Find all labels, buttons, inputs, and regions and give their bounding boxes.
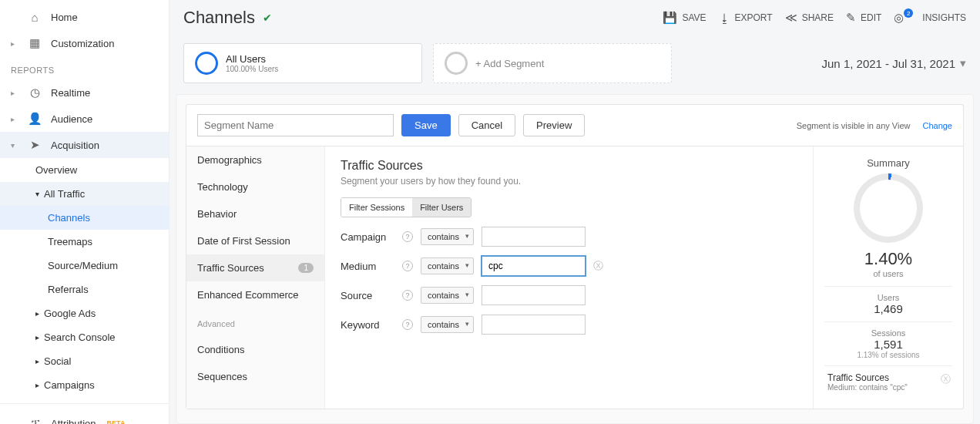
source-input[interactable] (482, 285, 586, 305)
chevron-right-icon: ▸ (35, 309, 39, 318)
donut-chart (854, 173, 923, 243)
nav-label: Acquisition (51, 140, 99, 151)
summary-percent: 1.40% (824, 249, 952, 269)
filter-count-badge: 1 (298, 263, 314, 273)
nav-home[interactable]: ⌂ Home (0, 5, 169, 30)
save-button[interactable]: 💾SAVE (663, 11, 706, 25)
source-condition-dropdown[interactable]: contains (421, 287, 474, 304)
cancel-button[interactable]: Cancel (458, 114, 515, 136)
edit-button[interactable]: ✎EDIT (846, 11, 881, 25)
remove-filter-icon[interactable]: ⓧ (941, 372, 951, 386)
customization-icon: ▦ (28, 36, 42, 50)
nav-treemaps[interactable]: Treemaps (0, 230, 169, 254)
nav-realtime[interactable]: ▸◷ Realtime (0, 79, 169, 106)
keyword-input[interactable] (482, 315, 586, 335)
advanced-section-label: Advanced (186, 308, 324, 336)
insights-icon: ◎ (894, 11, 904, 25)
label-source: Source (341, 290, 394, 301)
shield-icon: ✔ (263, 12, 272, 24)
keyword-condition-dropdown[interactable]: contains (421, 316, 474, 333)
person-icon: 👤 (28, 112, 42, 126)
pencil-icon: ✎ (846, 11, 856, 25)
preview-button[interactable]: Preview (523, 114, 585, 136)
reports-section-label: REPORTS (0, 56, 169, 79)
category-list: Demographics Technology Behavior Date of… (186, 146, 325, 409)
save-icon: 💾 (663, 11, 677, 25)
tab-filter-users[interactable]: Filter Users (412, 198, 471, 217)
segment-circle-icon (195, 52, 218, 75)
save-segment-button[interactable]: Save (401, 114, 451, 136)
segment-title: All Users (226, 53, 278, 65)
cat-demographics[interactable]: Demographics (186, 146, 324, 173)
cat-behavior[interactable]: Behavior (186, 200, 324, 227)
cat-technology[interactable]: Technology (186, 173, 324, 200)
medium-condition-dropdown[interactable]: contains (421, 257, 474, 274)
chevron-right-icon: ▸ (11, 89, 18, 97)
nav-attribution[interactable]: ፕ Attribution BETA (0, 410, 169, 424)
sessions-label: Sessions (824, 328, 952, 338)
insights-button[interactable]: ◎2INSIGHTS (894, 11, 966, 25)
cat-conditions[interactable]: Conditions (186, 336, 324, 363)
help-icon[interactable]: ? (402, 231, 413, 242)
segments-bar: All Users 100.00% Users + Add Segment Ju… (169, 35, 980, 94)
chevron-down-icon: ▾ (960, 56, 966, 70)
summary-title: Summary (824, 157, 952, 169)
date-range-picker[interactable]: Jun 1, 2021 - Jul 31, 2021 ▾ (822, 56, 966, 70)
help-icon[interactable]: ? (402, 319, 413, 330)
nav-label: Realtime (51, 87, 90, 99)
nav-overview[interactable]: Overview (0, 158, 169, 182)
acquisition-icon: ➤ (28, 138, 42, 152)
form-description: Segment your users by how they found you… (341, 176, 797, 187)
clear-icon[interactable]: ⓧ (593, 259, 603, 273)
sidebar: ⌂ Home ▸▦ Customization REPORTS ▸◷ Realt… (0, 0, 169, 424)
campaign-input[interactable] (482, 227, 586, 247)
label-campaign: Campaign (341, 231, 394, 243)
nav-referrals[interactable]: Referrals (0, 278, 169, 301)
nav-customization[interactable]: ▸▦ Customization (0, 30, 169, 56)
cat-traffic-sources[interactable]: Traffic Sources 1 (186, 254, 324, 281)
chevron-right-icon: ▸ (11, 115, 18, 123)
topbar: Channels ✔ 💾SAVE ⭳EXPORT ≪SHARE ✎EDIT ◎2… (169, 0, 980, 35)
nav-acquisition[interactable]: ▾➤ Acquisition (0, 132, 169, 158)
share-button[interactable]: ≪SHARE (785, 11, 834, 25)
cat-sequences[interactable]: Sequences (186, 363, 324, 390)
export-button[interactable]: ⭳EXPORT (719, 12, 773, 25)
segment-name-input[interactable] (197, 114, 394, 136)
beta-badge: BETA (107, 419, 126, 424)
cat-date-first[interactable]: Date of First Session (186, 227, 324, 254)
tab-filter-sessions[interactable]: Filter Sessions (341, 198, 412, 217)
cat-enhanced-ecommerce[interactable]: Enhanced Ecommerce (186, 281, 324, 308)
nav-label: Attribution (51, 418, 96, 425)
nav-channels[interactable]: Channels (0, 206, 169, 230)
attribution-icon: ፕ (28, 416, 42, 424)
ts-title: Traffic Sources (827, 372, 949, 383)
nav-social[interactable]: ▸Social (0, 349, 169, 373)
add-segment[interactable]: + Add Segment (433, 43, 672, 83)
change-visibility-link[interactable]: Change (922, 121, 952, 130)
help-icon[interactable]: ? (402, 261, 413, 271)
medium-input[interactable] (482, 256, 586, 276)
nav-label: Home (51, 12, 78, 23)
nav-source-medium[interactable]: Source/Medium (0, 254, 169, 278)
sessions-value: 1,591 (824, 338, 952, 351)
export-icon: ⭳ (719, 12, 730, 25)
nav-all-traffic[interactable]: ▾All Traffic (0, 182, 169, 206)
summary-of-users: of users (824, 269, 952, 278)
nav-search-console[interactable]: ▸Search Console (0, 325, 169, 349)
share-icon: ≪ (785, 11, 797, 25)
page-title: Channels (183, 8, 255, 28)
chevron-right-icon: ▸ (11, 39, 18, 48)
notification-count: 2 (904, 8, 913, 18)
label-medium: Medium (341, 261, 394, 272)
visibility-text: Segment is visible in any View (797, 121, 911, 130)
nav-campaigns[interactable]: ▸Campaigns (0, 373, 169, 397)
filter-tabs: Filter Sessions Filter Users (341, 197, 472, 217)
campaign-condition-dropdown[interactable]: contains (421, 228, 474, 245)
nav-audience[interactable]: ▸👤 Audience (0, 106, 169, 132)
nav-label: Customization (51, 38, 114, 49)
form-title: Traffic Sources (341, 159, 797, 173)
sessions-sub: 1.13% of sessions (824, 351, 952, 359)
nav-google-ads[interactable]: ▸Google Ads (0, 301, 169, 325)
help-icon[interactable]: ? (402, 290, 413, 301)
segment-all-users[interactable]: All Users 100.00% Users (183, 43, 422, 83)
